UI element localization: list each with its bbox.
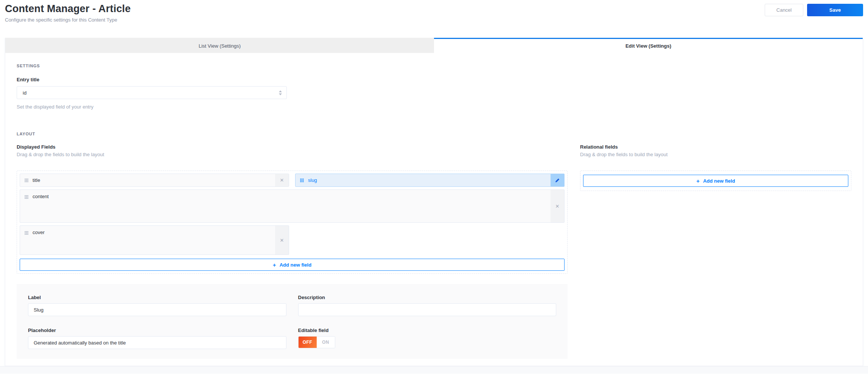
plus-icon: +: [273, 262, 276, 268]
cancel-button[interactable]: Cancel: [765, 4, 803, 16]
settings-card: List View (Settings) Edit View (Settings…: [5, 38, 863, 366]
field-chip-label: content: [33, 194, 49, 199]
displayed-fields-subtitle: Drag & drop the fields to build the layo…: [17, 152, 568, 157]
layout-grid: Displayed Fields Drag & drop the fields …: [17, 144, 851, 359]
field-chip-label: title: [33, 177, 40, 183]
entry-title-select[interactable]: id: [17, 86, 287, 99]
field-chip-title-main: title: [20, 174, 275, 186]
displayed-fields-dropzone: title ✕ slug: [17, 171, 568, 274]
entry-title-label: Entry title: [17, 77, 851, 82]
field-chip-slug-main: slug: [296, 174, 551, 186]
layout-section-heading: LAYOUT: [17, 132, 851, 136]
field-chip-title[interactable]: title ✕: [20, 174, 289, 187]
drag-handle-icon[interactable]: [25, 178, 28, 182]
remove-field-icon[interactable]: ✕: [275, 174, 289, 186]
field-edit-panel: Label Description Placeholder Ed: [17, 284, 568, 359]
relational-fields-subtitle: Drag & drop the fields to build the layo…: [580, 152, 851, 157]
entry-title-select-value: id: [23, 90, 26, 96]
placeholder-group: Placeholder: [28, 327, 286, 349]
field-chip-cover-main: cover: [20, 226, 275, 255]
placeholder-field-label: Placeholder: [28, 327, 286, 333]
topbar: Content Manager - Article Configure the …: [0, 0, 868, 38]
relational-fields-column: Relational fields Drag & drop the fields…: [580, 144, 851, 359]
edit-pencil-icon[interactable]: [551, 174, 564, 186]
editable-field-group: Editable field OFF ON: [298, 327, 557, 349]
page-title: Content Manager - Article: [5, 3, 131, 15]
settings-section-heading: SETTINGS: [17, 64, 851, 68]
editable-field-label: Editable field: [298, 327, 557, 333]
placeholder-input[interactable]: [28, 336, 286, 349]
drag-handle-icon[interactable]: [300, 178, 304, 182]
fields-grid: title ✕ slug: [20, 174, 565, 255]
entry-title-group: Entry title id Set the displayed field o…: [17, 77, 851, 110]
topbar-actions: Cancel Save: [765, 4, 863, 16]
displayed-fields-column: Displayed Fields Drag & drop the fields …: [17, 144, 568, 359]
page-subtitle: Configure the specific settings for this…: [5, 17, 131, 23]
page-bottom-strip: [0, 366, 868, 374]
field-chip-content-main: content: [20, 190, 551, 222]
add-new-relational-field-label: Add new field: [703, 178, 735, 184]
plus-icon: +: [696, 178, 700, 184]
field-chip-slug[interactable]: slug: [295, 174, 565, 187]
editable-field-toggle: OFF ON: [298, 336, 335, 348]
toggle-off-button[interactable]: OFF: [299, 337, 317, 348]
tab-list-view-settings[interactable]: List View (Settings): [5, 38, 434, 53]
displayed-fields-title: Displayed Fields: [17, 144, 568, 150]
drag-handle-icon[interactable]: [25, 231, 28, 235]
field-chip-label: cover: [33, 230, 45, 235]
remove-field-icon[interactable]: ✕: [551, 190, 564, 222]
tab-bar: List View (Settings) Edit View (Settings…: [5, 38, 863, 53]
label-input[interactable]: [28, 303, 286, 316]
relational-fields-title: Relational fields: [580, 144, 851, 150]
tab-edit-view-settings[interactable]: Edit View (Settings): [434, 38, 863, 53]
label-field-label: Label: [28, 295, 286, 300]
field-chip-content[interactable]: content ✕: [20, 189, 565, 223]
label-group: Label: [28, 295, 286, 316]
field-chip-cover[interactable]: cover ✕: [20, 225, 289, 255]
description-input[interactable]: [298, 303, 557, 316]
remove-field-icon[interactable]: ✕: [275, 226, 289, 255]
description-group: Description: [298, 295, 557, 316]
save-button[interactable]: Save: [807, 4, 863, 16]
field-chip-label: slug: [308, 177, 317, 183]
entry-title-help: Set the displayed field of your entry: [17, 104, 851, 110]
drag-handle-icon[interactable]: [25, 195, 28, 199]
add-new-relational-field-button[interactable]: + Add new field: [583, 175, 848, 187]
description-field-label: Description: [298, 295, 557, 300]
toggle-on-button[interactable]: ON: [317, 337, 335, 348]
add-new-field-button[interactable]: + Add new field: [20, 259, 565, 271]
add-new-field-label: Add new field: [280, 262, 312, 268]
page-heading: Content Manager - Article Configure the …: [5, 3, 131, 23]
field-edit-form: Label Description Placeholder Ed: [28, 295, 556, 349]
relational-fields-dropzone: + Add new field: [580, 171, 851, 191]
card-body: SETTINGS Entry title id Set the displaye…: [5, 53, 863, 359]
select-stepper-icon: [279, 90, 282, 95]
